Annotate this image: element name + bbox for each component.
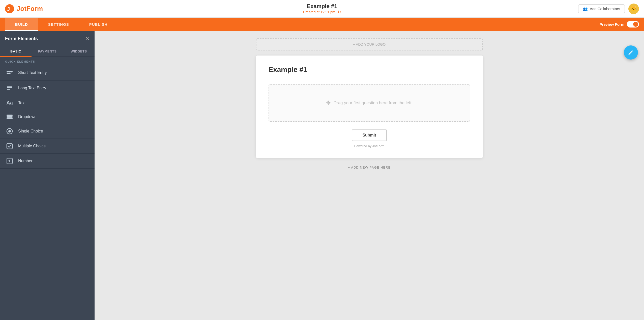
number-label: Number bbox=[18, 159, 33, 163]
collaborators-icon: 👥 bbox=[583, 7, 588, 11]
move-icon: ✥ bbox=[326, 100, 331, 106]
sidebar-title: Form Elements bbox=[5, 36, 38, 41]
sidebar-item-multiple-choice[interactable]: Multiple Choice bbox=[0, 139, 95, 154]
sidebar-item-number[interactable]: 7 Number bbox=[0, 154, 95, 169]
single-choice-icon bbox=[6, 128, 14, 135]
form-canvas: + ADD YOUR LOGO Example #1 ✥ Drag your f… bbox=[95, 31, 644, 320]
sidebar-tabs: BASIC PAYMENTS WIDGETS bbox=[0, 46, 95, 57]
sidebar-item-dropdown[interactable]: Dropdown bbox=[0, 110, 95, 124]
main-layout: Form Elements ✕ BASIC PAYMENTS WIDGETS Q… bbox=[0, 31, 644, 320]
svg-rect-10 bbox=[7, 116, 13, 118]
submit-button[interactable]: Submit bbox=[352, 129, 387, 141]
tab-publish[interactable]: PUBLISH bbox=[79, 18, 118, 31]
tab-build[interactable]: BUILD bbox=[5, 18, 38, 31]
short-text-icon: ABC bbox=[6, 69, 14, 76]
drop-zone[interactable]: ✥ Drag your first question here from the… bbox=[269, 84, 470, 122]
logo-drop-area[interactable]: + ADD YOUR LOGO bbox=[256, 38, 483, 50]
text-label: Text bbox=[18, 101, 25, 105]
quick-elements-label: QUICK ELEMENTS bbox=[0, 57, 95, 65]
form-card: Example #1 ✥ Drag your first question he… bbox=[256, 56, 483, 158]
form-divider bbox=[269, 78, 470, 78]
dropdown-label: Dropdown bbox=[18, 115, 37, 119]
add-collaborators-button[interactable]: 👥 Add Collaborators bbox=[578, 4, 625, 13]
form-title: Example #1 bbox=[303, 3, 341, 10]
logo: J JotForm bbox=[5, 4, 43, 13]
header-center: Example #1 Created at 12:31 pm. ↻ bbox=[303, 3, 341, 14]
nav-tabs: BUILD SETTINGS PUBLISH bbox=[5, 18, 118, 31]
svg-rect-9 bbox=[7, 115, 13, 116]
header: J JotForm Example #1 Created at 12:31 pm… bbox=[0, 0, 644, 18]
logo-text: JotForm bbox=[17, 5, 43, 13]
long-text-label: Long Text Entry bbox=[18, 86, 46, 90]
svg-text:7: 7 bbox=[8, 159, 10, 163]
preview-toggle[interactable] bbox=[627, 21, 639, 28]
form-subtitle: Created at 12:31 pm. ↻ bbox=[303, 10, 341, 14]
preview-form-toggle: Preview Form bbox=[600, 21, 639, 28]
add-new-page[interactable]: + ADD NEW PAGE HERE bbox=[345, 163, 393, 172]
dropdown-icon bbox=[6, 114, 14, 120]
submit-wrap: Submit Powered by JotForm bbox=[269, 129, 470, 148]
multiple-choice-icon bbox=[6, 143, 14, 149]
fab-edit-button[interactable] bbox=[624, 45, 638, 60]
powered-by: Powered by JotForm bbox=[354, 144, 385, 148]
tab-basic[interactable]: BASIC bbox=[0, 46, 32, 57]
tab-widgets[interactable]: WIDGETS bbox=[63, 46, 95, 57]
svg-rect-11 bbox=[7, 118, 13, 119]
sidebar-item-long-text[interactable]: Long Text Entry bbox=[0, 81, 95, 96]
sidebar-header: Form Elements ✕ bbox=[0, 31, 95, 46]
long-text-icon bbox=[6, 85, 14, 92]
nav-bar: BUILD SETTINGS PUBLISH Preview Form bbox=[0, 18, 644, 31]
sidebar-item-single-choice[interactable]: Single Choice bbox=[0, 124, 95, 139]
header-right: 👥 Add Collaborators 🐱 bbox=[578, 4, 639, 14]
single-choice-label: Single Choice bbox=[18, 129, 43, 134]
jotform-logo-icon: J bbox=[5, 4, 14, 13]
svg-text:ABC: ABC bbox=[7, 72, 12, 75]
number-icon: 7 bbox=[6, 158, 14, 164]
sidebar: Form Elements ✕ BASIC PAYMENTS WIDGETS Q… bbox=[0, 31, 95, 320]
svg-rect-6 bbox=[7, 86, 12, 87]
text-icon: Aa bbox=[6, 100, 14, 106]
svg-text:J: J bbox=[7, 6, 10, 12]
multiple-choice-label: Multiple Choice bbox=[18, 144, 46, 148]
refresh-icon[interactable]: ↻ bbox=[338, 10, 341, 14]
svg-rect-8 bbox=[7, 89, 10, 90]
avatar[interactable]: 🐱 bbox=[628, 4, 639, 14]
svg-rect-7 bbox=[7, 87, 12, 88]
short-text-label: Short Text Entry bbox=[18, 70, 47, 75]
sidebar-item-text[interactable]: Aa Text bbox=[0, 96, 95, 110]
svg-point-13 bbox=[8, 130, 11, 132]
sidebar-item-short-text[interactable]: ABC Short Text Entry bbox=[0, 65, 95, 81]
form-card-title: Example #1 bbox=[269, 66, 470, 74]
sidebar-close-button[interactable]: ✕ bbox=[85, 35, 90, 42]
tab-payments[interactable]: PAYMENTS bbox=[32, 46, 63, 57]
tab-settings[interactable]: SETTINGS bbox=[38, 18, 79, 31]
